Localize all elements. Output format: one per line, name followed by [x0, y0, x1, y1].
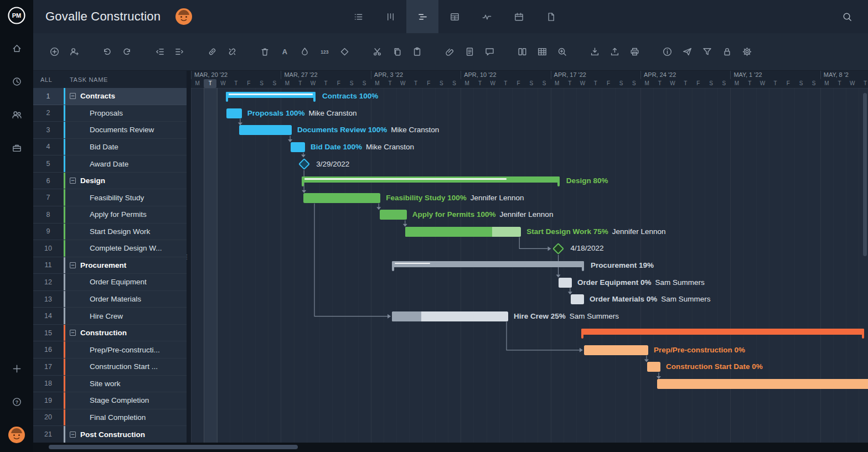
grid-button[interactable]	[533, 43, 551, 61]
settings-button[interactable]	[738, 43, 756, 61]
gantt-bar-proposals[interactable]	[226, 108, 242, 118]
task-row-number[interactable]: 17	[33, 359, 64, 375]
task-row-17[interactable]: 17Construction Start ...	[33, 359, 187, 376]
notes-button[interactable]	[461, 43, 479, 61]
import-button[interactable]	[586, 43, 604, 61]
gantt-bar-feasibility-study[interactable]	[303, 193, 380, 203]
task-row-number[interactable]: 11	[33, 257, 64, 274]
task-name-cell[interactable]: Start Design Work	[64, 224, 187, 240]
task-row-19[interactable]: 19Stage Completion	[33, 392, 187, 409]
rail-help-button[interactable]: ?	[6, 391, 27, 412]
task-row-1[interactable]: 1−Contracts	[33, 88, 187, 105]
horizontal-scrollbar-thumb[interactable]	[49, 445, 298, 449]
rail-recent-button[interactable]	[6, 71, 27, 92]
task-row-number[interactable]: 16	[33, 341, 64, 358]
task-row-7[interactable]: 7Feasibility Study	[33, 189, 187, 206]
task-name-cell[interactable]: Prep/Pre-constructi...	[64, 341, 187, 358]
task-name-cell[interactable]: Stage Completion	[64, 392, 187, 409]
task-row-number[interactable]: 4	[33, 139, 64, 155]
task-row-number[interactable]: 2	[33, 105, 64, 122]
gantt-summary-bar-construction[interactable]	[581, 329, 864, 335]
task-row-number[interactable]: 6	[33, 173, 64, 189]
copy-button[interactable]	[388, 43, 406, 61]
task-name-cell[interactable]: Complete Design W...	[64, 240, 187, 257]
tab-board-view[interactable]	[374, 0, 406, 33]
columns-button[interactable]	[513, 43, 531, 61]
panel-splitter[interactable]: ⋮⋮	[187, 71, 191, 443]
task-name-cell[interactable]: −Design	[64, 173, 187, 189]
task-row-14[interactable]: 14Hire Crew	[33, 308, 187, 325]
delete-button[interactable]	[256, 43, 274, 61]
rail-portfolio-button[interactable]	[6, 137, 27, 158]
gantt-bar-order-materials[interactable]	[571, 294, 584, 304]
task-name-cell[interactable]: Award Date	[64, 155, 187, 172]
task-row-9[interactable]: 9Start Design Work	[33, 224, 187, 241]
collapse-group-icon[interactable]: −	[70, 178, 76, 184]
task-name-cell[interactable]: Bid Date	[64, 139, 187, 155]
task-row-number[interactable]: 3	[33, 122, 64, 138]
rail-profile-button[interactable]	[6, 424, 27, 445]
task-row-number[interactable]: 9	[33, 224, 64, 240]
task-row-11[interactable]: 11−Procurement	[33, 257, 187, 274]
gantt-bar-site-work[interactable]	[657, 379, 868, 389]
task-row-number[interactable]: 15	[33, 325, 64, 341]
task-row-20[interactable]: 20Final Completion	[33, 409, 187, 427]
task-row-18[interactable]: 18Site work	[33, 376, 187, 393]
pm-logo-icon[interactable]: PM	[7, 6, 27, 25]
redo-button[interactable]	[118, 43, 136, 61]
task-name-cell[interactable]: Final Completion	[64, 409, 187, 426]
print-button[interactable]	[626, 43, 644, 61]
filter-button[interactable]	[698, 43, 716, 61]
gantt-bar-hire-crew[interactable]	[392, 311, 508, 321]
gantt-bar-bid-date[interactable]	[291, 142, 305, 152]
task-name-cell[interactable]: Order Equipment	[64, 274, 187, 290]
task-name-cell[interactable]: −Contracts	[64, 88, 187, 105]
rail-home-button[interactable]	[6, 38, 27, 59]
tab-calendar-view[interactable]	[503, 0, 535, 33]
task-row-number[interactable]: 18	[33, 376, 64, 392]
task-row-4[interactable]: 4Bid Date	[33, 139, 187, 156]
task-row-6[interactable]: 6−Design	[33, 173, 187, 190]
gantt-bar-construction-start-date[interactable]	[647, 362, 660, 372]
task-row-13[interactable]: 13Order Materials	[33, 291, 187, 308]
rail-team-button[interactable]	[6, 104, 27, 125]
collapse-group-icon[interactable]: −	[70, 432, 76, 438]
rail-add-button[interactable]	[6, 358, 27, 379]
lock-button[interactable]	[718, 43, 736, 61]
task-row-number[interactable]: 7	[33, 189, 64, 206]
task-row-number[interactable]: 1	[33, 88, 64, 105]
task-row-number[interactable]: 13	[33, 291, 64, 308]
task-row-5[interactable]: 5Award Date	[33, 155, 187, 173]
undo-button[interactable]	[98, 43, 116, 61]
unlink-tasks-button[interactable]	[223, 43, 241, 61]
project-owner-avatar[interactable]	[175, 8, 193, 25]
tab-activity-view[interactable]	[471, 0, 503, 33]
gantt-summary-bar-procurement[interactable]	[392, 261, 584, 267]
numbers-button[interactable]: 123	[316, 43, 334, 61]
tab-sheet-view[interactable]	[438, 0, 471, 33]
task-name-cell[interactable]: −Post Construction	[64, 426, 187, 443]
task-row-16[interactable]: 16Prep/Pre-constructi...	[33, 341, 187, 359]
task-name-cell[interactable]: −Procurement	[64, 257, 187, 274]
info-button[interactable]	[658, 43, 676, 61]
task-row-number[interactable]: 20	[33, 409, 64, 426]
gantt-bar-documents-review[interactable]	[239, 125, 292, 135]
task-row-15[interactable]: 15−Construction	[33, 325, 187, 342]
gantt-bar-start-design-work[interactable]	[405, 227, 521, 237]
task-name-cell[interactable]: Site work	[64, 376, 187, 392]
task-row-12[interactable]: 12Order Equipment	[33, 274, 187, 291]
gantt-bar-prep-pre-construction[interactable]	[584, 345, 648, 355]
outdent-button[interactable]	[151, 43, 169, 61]
task-row-number[interactable]: 12	[33, 274, 64, 290]
task-row-10[interactable]: 10Complete Design W...	[33, 240, 187, 257]
tab-list-view[interactable]	[342, 0, 374, 33]
export-button[interactable]	[606, 43, 624, 61]
share-button[interactable]	[678, 43, 696, 61]
task-row-number[interactable]: 14	[33, 308, 64, 324]
zoom-button[interactable]	[553, 43, 571, 61]
paste-button[interactable]	[408, 43, 426, 61]
gantt-bar-order-equipment[interactable]	[559, 278, 572, 288]
add-user-button[interactable]	[65, 43, 84, 61]
collapse-group-icon[interactable]: −	[70, 262, 76, 268]
task-name-cell[interactable]: Documents Review	[64, 122, 187, 138]
